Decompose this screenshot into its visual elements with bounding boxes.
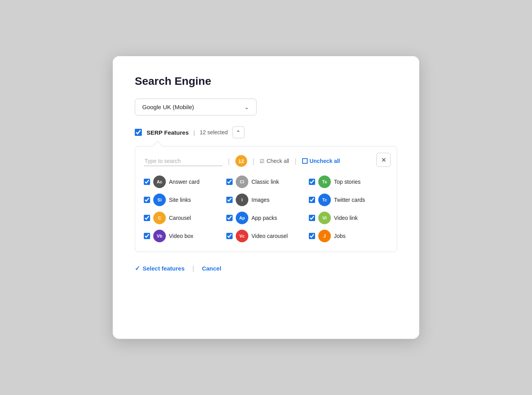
cancel-button[interactable]: Cancel: [202, 265, 221, 272]
feature-name-top-stories: Top stories: [334, 179, 361, 185]
panel-top-divider: |: [228, 157, 230, 165]
dropdown-wrapper: Google UK (Mobile) ⌄: [135, 99, 397, 115]
feature-checkbox-classic-link[interactable]: [226, 179, 233, 185]
selected-count-badge: 12: [235, 155, 247, 167]
select-features-button[interactable]: ✓ Select features: [135, 265, 185, 272]
serp-features-label: SERP Features: [147, 129, 189, 136]
feature-item-video-box: VbVideo box: [144, 230, 223, 242]
feature-icon-app-packs: Ap: [236, 212, 248, 224]
serp-features-checkbox[interactable]: [135, 129, 142, 136]
feature-icon-video-carousel: Vc: [236, 230, 248, 242]
feature-checkbox-app-packs[interactable]: [226, 215, 233, 221]
feature-checkbox-top-stories[interactable]: [309, 179, 315, 185]
feature-icon-jobs: J: [318, 230, 331, 242]
panel-top-row: | 12 | ☑ Check all | Uncheck all: [144, 155, 388, 167]
feature-icon-video-box: Vb: [153, 230, 166, 242]
cancel-label: Cancel: [202, 265, 221, 272]
checkmark-icon: ✓: [135, 265, 140, 272]
close-icon: ✕: [381, 156, 386, 164]
feature-name-jobs: Jobs: [334, 233, 346, 239]
feature-checkbox-video-link[interactable]: [309, 215, 315, 221]
footer-actions: ✓ Select features | Cancel: [135, 265, 397, 272]
feature-name-images: Images: [251, 197, 270, 203]
feature-icon-carousel: C: [153, 212, 166, 224]
feature-checkbox-jobs[interactable]: [309, 233, 315, 239]
feature-search-input[interactable]: [144, 156, 222, 166]
check-all-label: Check all: [266, 158, 289, 164]
feature-icon-classic-link: Cl: [236, 176, 248, 188]
feature-name-video-carousel: Video carousel: [251, 233, 288, 239]
feature-item-answer-card: AcAnswer card: [144, 176, 223, 188]
uncheck-all-label: Uncheck all: [310, 158, 340, 164]
feature-name-classic-link: Classic link: [251, 179, 279, 185]
serp-toggle-button[interactable]: ⌃: [233, 126, 244, 138]
feature-name-app-packs: App packs: [251, 215, 277, 221]
feature-item-video-carousel: VcVideo carousel: [226, 230, 306, 242]
search-engine-dropdown[interactable]: Google UK (Mobile) ⌄: [135, 99, 257, 115]
feature-name-video-link: Video link: [334, 215, 358, 221]
feature-checkbox-carousel[interactable]: [144, 215, 150, 221]
feature-name-answer-card: Answer card: [169, 179, 200, 185]
close-button[interactable]: ✕: [376, 153, 391, 167]
feature-icon-video-link: Vl: [318, 212, 331, 224]
feature-name-site-links: Site links: [169, 197, 191, 203]
feature-item-classic-link: ClClassic link: [226, 176, 306, 188]
feature-item-site-links: SlSite links: [144, 194, 223, 206]
features-panel: | 12 | ☑ Check all | Uncheck all ✕ AcAns…: [135, 146, 397, 252]
check-all-button[interactable]: ☑ Check all: [260, 158, 289, 164]
feature-item-video-link: VlVideo link: [309, 212, 388, 224]
feature-item-twitter-cards: TcTwitter cards: [309, 194, 388, 206]
uncheck-all-button[interactable]: Uncheck all: [302, 158, 340, 164]
main-card: Search Engine Google UK (Mobile) ⌄ SERP …: [113, 56, 419, 339]
feature-icon-top-stories: Ts: [318, 176, 331, 188]
feature-name-twitter-cards: Twitter cards: [334, 197, 365, 203]
feature-checkbox-answer-card[interactable]: [144, 179, 150, 185]
footer-divider: |: [193, 265, 194, 272]
feature-icon-images: I: [236, 194, 248, 206]
feature-checkbox-twitter-cards[interactable]: [309, 197, 315, 203]
feature-item-jobs: JJobs: [309, 230, 388, 242]
serp-features-row: SERP Features | 12 selected ⌃: [135, 126, 397, 138]
feature-checkbox-site-links[interactable]: [144, 197, 150, 203]
feature-item-carousel: CCarousel: [144, 212, 223, 224]
check-icon: ☑: [260, 158, 264, 164]
feature-checkbox-video-box[interactable]: [144, 233, 150, 239]
feature-icon-site-links: Sl: [153, 194, 166, 206]
feature-item-top-stories: TsTop stories: [309, 176, 388, 188]
panel-top-divider3: |: [295, 157, 297, 165]
chevron-down-icon: ⌄: [244, 104, 249, 110]
feature-icon-answer-card: Ac: [153, 176, 166, 188]
feature-name-carousel: Carousel: [169, 215, 191, 221]
feature-icon-twitter-cards: Tc: [318, 194, 331, 206]
feature-checkbox-video-carousel[interactable]: [226, 233, 233, 239]
page-title: Search Engine: [135, 75, 397, 88]
feature-item-app-packs: ApApp packs: [226, 212, 306, 224]
uncheck-icon: [302, 158, 308, 164]
dropdown-selected-value: Google UK (Mobile): [142, 104, 194, 110]
panel-top-divider2: |: [253, 157, 255, 165]
features-grid: AcAnswer cardClClassic linkTsTop stories…: [144, 176, 388, 242]
select-features-label: Select features: [143, 265, 185, 272]
feature-name-video-box: Video box: [169, 233, 193, 239]
feature-checkbox-images[interactable]: [226, 197, 233, 203]
serp-divider: |: [193, 129, 195, 136]
feature-item-images: IImages: [226, 194, 306, 206]
serp-selected-count: 12 selected: [200, 129, 228, 135]
